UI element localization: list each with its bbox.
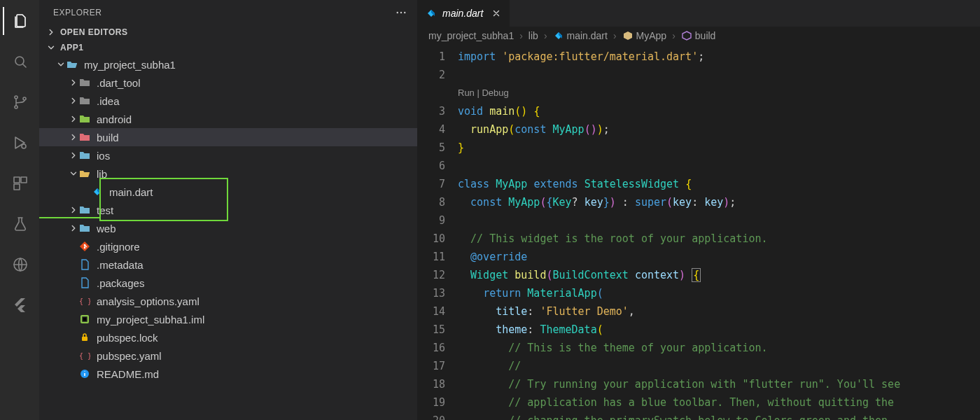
breadcrumb-item[interactable]: my_project_subha1 bbox=[428, 30, 514, 41]
activity-source-control[interactable] bbox=[3, 88, 36, 116]
codelens-debug: Debug bbox=[482, 88, 508, 98]
chevron-right-icon bbox=[69, 150, 78, 160]
chevron-right-icon bbox=[69, 96, 78, 106]
codelens[interactable]: Run | Debug bbox=[458, 84, 980, 102]
activity-extensions[interactable] bbox=[3, 169, 36, 197]
code-line[interactable]: class MyApp extends StatelessWidget { bbox=[458, 175, 980, 193]
explorer-header: EXPLORER bbox=[39, 0, 417, 24]
activity-testing[interactable] bbox=[3, 210, 36, 238]
file-row[interactable]: main.dart bbox=[39, 183, 417, 201]
file-row[interactable]: { }pubspec.yaml bbox=[39, 346, 417, 365]
line-number: 12 bbox=[417, 266, 445, 284]
folder-row[interactable]: web bbox=[39, 219, 417, 237]
tab-main-dart[interactable]: main.dart bbox=[417, 0, 510, 27]
tree-label: pubspec.lock bbox=[97, 332, 158, 344]
folder-row[interactable]: test bbox=[39, 201, 417, 219]
line-number: 2 bbox=[417, 66, 445, 84]
activity-flutter[interactable] bbox=[3, 291, 36, 319]
more-icon[interactable] bbox=[395, 6, 407, 19]
folder-row[interactable]: build bbox=[39, 128, 417, 146]
code-line[interactable]: // This widget is the root of your appli… bbox=[458, 230, 980, 248]
line-number: 11 bbox=[417, 248, 445, 266]
file-row[interactable]: .packages bbox=[39, 274, 417, 292]
tree-label: .packages bbox=[97, 277, 144, 289]
code-line[interactable]: theme: ThemeData( bbox=[458, 321, 980, 339]
close-icon[interactable] bbox=[491, 8, 501, 18]
code-line[interactable]: title: 'Flutter Demo', bbox=[458, 302, 980, 321]
tab-label: main.dart bbox=[442, 8, 483, 19]
folder-row[interactable]: my_project_subha1 bbox=[39, 55, 417, 74]
file-tree: my_project_subha1.dart_tool.ideaandroidb… bbox=[39, 55, 417, 388]
line-number: 5 bbox=[417, 139, 445, 157]
file-row[interactable]: README.md bbox=[39, 365, 417, 383]
file-row[interactable]: .gitignore bbox=[39, 237, 417, 255]
breadcrumb-item[interactable]: lib bbox=[528, 30, 538, 41]
editor-area: main.dart my_project_subha1›lib›main.dar… bbox=[417, 0, 980, 420]
branch-icon bbox=[12, 94, 29, 111]
activity-remote[interactable] bbox=[3, 251, 36, 279]
line-number: 19 bbox=[417, 393, 445, 412]
folder-row[interactable]: android bbox=[39, 110, 417, 128]
activity-explorer[interactable] bbox=[3, 7, 36, 35]
breadcrumb[interactable]: my_project_subha1›lib›main.dart›MyApp›bu… bbox=[417, 27, 980, 45]
breadcrumb-item[interactable]: MyApp bbox=[636, 30, 667, 41]
code-editor[interactable]: 12 34567891011121314151617181920 import … bbox=[417, 45, 980, 420]
code-line[interactable]: @override bbox=[458, 248, 980, 266]
svg-point-10 bbox=[400, 11, 402, 13]
breadcrumb-item[interactable]: main.dart bbox=[567, 30, 608, 41]
method-icon bbox=[681, 30, 692, 41]
code-content[interactable]: import 'package:flutter/material.dart'; … bbox=[458, 45, 980, 420]
line-number: 1 bbox=[417, 48, 445, 66]
file-icon: { } bbox=[78, 349, 91, 362]
file-row[interactable]: { }analysis_options.yaml bbox=[39, 292, 417, 310]
class-icon bbox=[622, 30, 634, 41]
dart-file-icon bbox=[426, 8, 437, 19]
tree-label: main.dart bbox=[109, 186, 153, 198]
folder-row[interactable]: ios bbox=[39, 146, 417, 164]
code-line[interactable]: // bbox=[458, 357, 980, 375]
folder-row[interactable]: lib bbox=[39, 164, 417, 183]
code-line[interactable]: return MaterialApp( bbox=[458, 284, 980, 302]
activity-search[interactable] bbox=[3, 48, 36, 76]
code-line[interactable] bbox=[458, 157, 980, 175]
folder-row[interactable]: .dart_tool bbox=[39, 74, 417, 92]
code-line[interactable]: // This is the theme of your application… bbox=[458, 339, 980, 357]
file-row[interactable]: pubspec.lock bbox=[39, 328, 417, 346]
folder-row[interactable]: .idea bbox=[39, 92, 417, 110]
code-line[interactable]: // Try running your application with "fl… bbox=[458, 375, 980, 393]
svg-point-9 bbox=[397, 11, 398, 13]
file-row[interactable]: my_project_subha1.iml bbox=[39, 310, 417, 328]
svg-text:{ }: { } bbox=[79, 298, 90, 305]
code-line[interactable]: void main() { bbox=[458, 102, 980, 120]
code-line[interactable]: Widget build(BuildContext context) { bbox=[458, 266, 980, 284]
breadcrumb-sep: › bbox=[544, 30, 547, 41]
svg-rect-6 bbox=[21, 177, 27, 183]
file-icon bbox=[78, 204, 91, 216]
remote-icon bbox=[12, 256, 29, 273]
tree-label: .gitignore bbox=[97, 241, 140, 253]
line-number: 18 bbox=[417, 375, 445, 393]
code-line[interactable]: // changing the primarySwatch below to C… bbox=[458, 412, 980, 420]
code-line[interactable]: const MyApp({Key? key}) : super(key: key… bbox=[458, 193, 980, 211]
breadcrumb-item[interactable]: build bbox=[695, 30, 716, 41]
code-line[interactable]: } bbox=[458, 139, 980, 157]
extensions-icon bbox=[12, 175, 29, 192]
line-number: 13 bbox=[417, 284, 445, 302]
tree-label: .idea bbox=[97, 95, 120, 107]
code-line[interactable]: import 'package:flutter/material.dart'; bbox=[458, 48, 980, 66]
code-line[interactable]: runApp(const MyApp()); bbox=[458, 120, 980, 139]
open-editors-section[interactable]: OPEN EDITORS bbox=[39, 24, 417, 40]
line-number: 4 bbox=[417, 120, 445, 139]
code-line[interactable] bbox=[458, 66, 980, 84]
code-line[interactable]: // application has a blue toolbar. Then,… bbox=[458, 393, 980, 412]
code-line[interactable] bbox=[458, 211, 980, 230]
tree-label: lib bbox=[97, 168, 107, 180]
activity-run-debug[interactable] bbox=[3, 129, 36, 157]
svg-point-11 bbox=[404, 11, 405, 13]
svg-text:{ }: { } bbox=[79, 352, 90, 360]
tree-label: analysis_options.yaml bbox=[97, 295, 200, 307]
workspace-section[interactable]: APP1 bbox=[39, 40, 417, 55]
flutter-icon bbox=[12, 297, 29, 314]
file-icon bbox=[78, 76, 91, 89]
file-row[interactable]: .metadata bbox=[39, 255, 417, 274]
